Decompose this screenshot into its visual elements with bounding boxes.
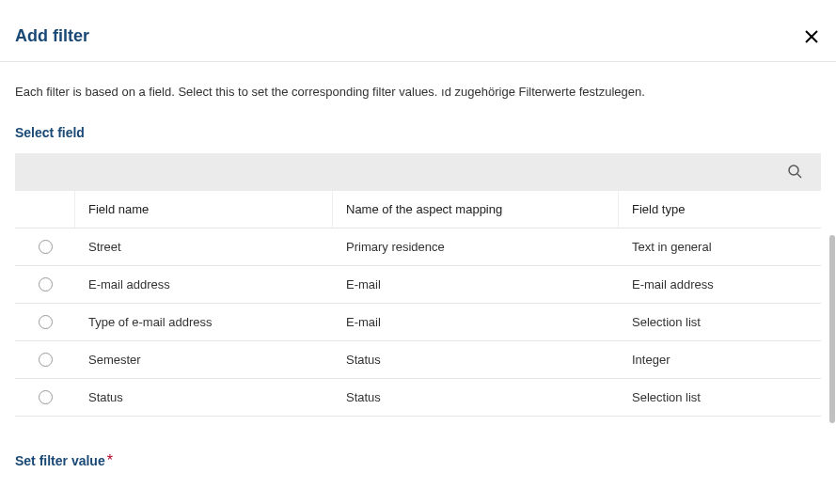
header-field-type: Field type — [619, 191, 821, 228]
dialog-header: Add filter — [0, 0, 836, 62]
table-row[interactable]: E-mail address E-mail E-mail address — [15, 266, 821, 304]
dialog-content: Each filter is based on a field. Select … — [0, 62, 836, 417]
row-field-name: Street — [75, 228, 333, 265]
row-radio[interactable] — [39, 390, 53, 404]
dialog-description: Each filter is based on a field. Select … — [15, 85, 821, 99]
row-radio[interactable] — [39, 240, 53, 254]
table-row[interactable]: Semester Status Integer — [15, 341, 821, 379]
header-aspect-mapping: Name of the aspect mapping — [333, 191, 619, 228]
header-field-name: Field name — [75, 191, 333, 228]
search-icon[interactable] — [787, 164, 804, 181]
row-aspect: E-mail — [333, 304, 619, 340]
search-input[interactable] — [32, 153, 787, 191]
dialog-title: Add filter — [15, 26, 89, 46]
search-bar — [15, 153, 821, 191]
row-type: Text in general — [619, 228, 821, 265]
scrollbar-thumb[interactable] — [829, 235, 835, 423]
table-row[interactable]: Type of e-mail address E-mail Selection … — [15, 304, 821, 341]
table-row[interactable]: Status Status Selection list — [15, 379, 821, 417]
row-aspect: Primary residence — [333, 228, 619, 265]
required-asterisk: * — [107, 452, 113, 468]
field-table: Field name Name of the aspect mapping Fi… — [15, 191, 821, 417]
row-type: Selection list — [619, 304, 821, 340]
set-filter-section: Set filter value* — [0, 435, 836, 469]
svg-line-3 — [797, 174, 801, 178]
row-field-name: Type of e-mail address — [75, 304, 333, 340]
header-radio-col — [15, 191, 75, 228]
close-icon[interactable] — [802, 27, 821, 46]
select-field-label: Select field — [15, 125, 821, 140]
row-type: E-mail address — [619, 266, 821, 303]
set-filter-label: Set filter value — [15, 453, 105, 468]
row-aspect: Status — [333, 379, 619, 416]
row-field-name: Semester — [75, 341, 333, 378]
row-field-name: Status — [75, 379, 333, 416]
row-radio[interactable] — [39, 353, 53, 367]
table-header: Field name Name of the aspect mapping Fi… — [15, 191, 821, 228]
row-aspect: E-mail — [333, 266, 619, 303]
row-field-name: E-mail address — [75, 266, 333, 303]
row-aspect: Status — [333, 341, 619, 378]
svg-point-2 — [789, 165, 798, 175]
row-radio[interactable] — [39, 277, 53, 291]
row-radio[interactable] — [39, 315, 53, 329]
row-type: Selection list — [619, 379, 821, 416]
table-row[interactable]: Street Primary residence Text in general — [15, 228, 821, 266]
row-type: Integer — [619, 341, 821, 378]
